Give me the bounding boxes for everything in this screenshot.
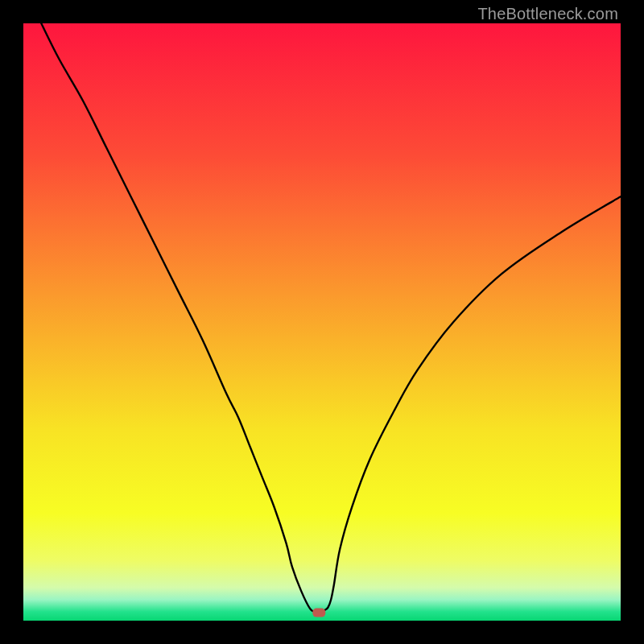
optimum-marker: [312, 609, 325, 617]
plot-area: [23, 23, 621, 621]
curve-layer: [23, 23, 621, 621]
watermark-text: TheBottleneck.com: [477, 5, 618, 23]
bottleneck-curve: [41, 23, 621, 612]
chart-frame: TheBottleneck.com: [0, 0, 644, 644]
